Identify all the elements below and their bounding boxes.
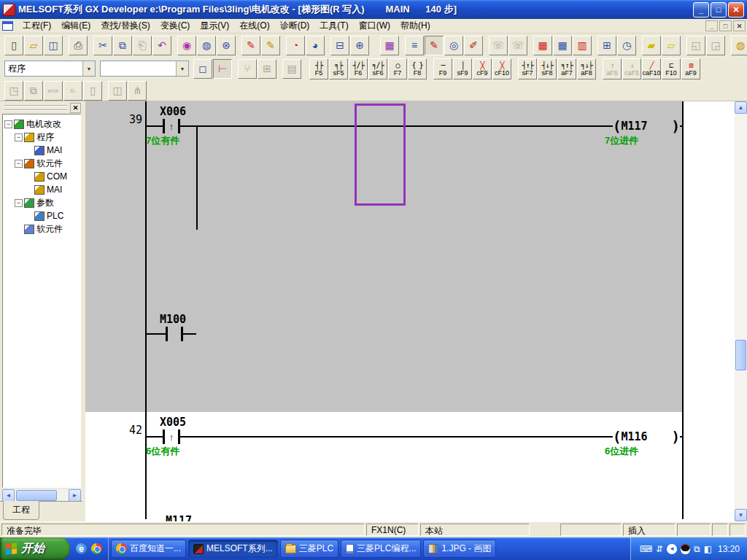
toolbar-button[interactable]: ☏ <box>489 36 508 55</box>
toolbar-button[interactable]: ⑂ <box>238 59 257 79</box>
toolbar-button[interactable]: ◫ <box>108 81 127 101</box>
toolbar-button[interactable] <box>528 36 533 55</box>
taskbar-task-button[interactable]: MELSOFT系列... <box>188 540 278 558</box>
chrome-icon[interactable] <box>91 543 102 554</box>
toolbar-button[interactable]: ◍ <box>731 36 747 55</box>
fkey-button[interactable]: ╕↓├ aF8 <box>577 58 596 79</box>
tray-icon[interactable]: ⧉ <box>694 545 700 553</box>
tray-icon[interactable]: ⇵ <box>656 545 663 553</box>
toolbar-button[interactable]: ⊞ <box>258 59 276 79</box>
toolbar-button[interactable]: ◷ <box>617 36 636 55</box>
output-coil[interactable]: ( M117 ) <box>613 117 680 135</box>
toolbar-button[interactable] <box>726 36 730 55</box>
toolbar-button[interactable] <box>681 36 686 55</box>
toolbar-button[interactable]: ✂ <box>93 36 112 55</box>
toolbar-button[interactable]: ◲ <box>706 36 725 55</box>
toolbar-button[interactable]: ⊛ <box>217 36 236 55</box>
menu-item[interactable]: 在线(O) <box>234 19 274 32</box>
toolbar-button[interactable]: ≡ <box>405 36 424 55</box>
fkey-button[interactable]: ┤↓├ sF8 <box>538 58 557 79</box>
child-minimize-button[interactable]: _ <box>705 20 718 31</box>
fkey-button[interactable]: ◯ F7 <box>388 58 407 79</box>
tray-icon[interactable]: ◄ <box>667 544 677 554</box>
tree-item[interactable]: − 参数 <box>3 196 80 209</box>
fkey-button[interactable]: ↓ caF5 <box>622 58 641 79</box>
toolbar-button[interactable] <box>281 36 285 55</box>
fkey-button[interactable]: ┤↑├ sF7 <box>518 58 537 79</box>
menu-item[interactable]: 窗口(W) <box>354 19 395 32</box>
project-tab[interactable]: 工程 <box>3 501 39 520</box>
contact-device[interactable]: X005 <box>160 416 186 429</box>
taskbar-task-button[interactable]: 三菱PLC <box>280 540 338 558</box>
toolbar-button[interactable]: ↶ <box>152 36 171 55</box>
fkey-button[interactable]: ┤/├ F6 <box>349 58 368 79</box>
tree-expander-icon[interactable]: − <box>15 160 23 168</box>
tree-item[interactable]: MAI <box>3 183 80 196</box>
toolbar-button[interactable]: ◻ <box>193 59 212 79</box>
fkey-button[interactable]: ⊠ aF9 <box>681 58 700 79</box>
fkey-button[interactable]: { } F8 <box>408 58 427 79</box>
toolbar-button[interactable] <box>637 36 641 55</box>
toolbar-button[interactable]: ◕ <box>306 36 325 55</box>
scroll-down-icon[interactable]: ▼ <box>735 509 747 521</box>
toolbar-button[interactable]: error <box>44 81 63 101</box>
toolbar-button[interactable]: ◱ <box>686 36 705 55</box>
toolbar-button[interactable]: ▱ <box>24 36 43 55</box>
fkey-button[interactable]: ─ F9 <box>433 58 452 79</box>
scroll-thumb[interactable] <box>16 490 57 501</box>
taskbar-task-button[interactable]: 百度知道一... <box>111 540 186 558</box>
tree-expander-icon[interactable]: − <box>4 120 12 128</box>
taskbar-task-button[interactable]: 1.JPG - 画图 <box>423 540 496 558</box>
tree-item[interactable]: COM <box>3 170 80 183</box>
toolbar-button[interactable]: S↓ <box>63 81 82 101</box>
fkey-button[interactable]: ╕/├ sF6 <box>368 58 387 79</box>
menu-item[interactable]: 变换(C) <box>155 19 196 32</box>
scroll-up-icon[interactable]: ▲ <box>735 101 747 114</box>
menu-item[interactable]: 诊断(D) <box>275 19 315 32</box>
menu-item[interactable]: 帮助(H) <box>395 19 436 32</box>
toolbar-button[interactable] <box>370 36 374 55</box>
toolbar-button[interactable]: ⎙ <box>69 36 88 55</box>
toolbar-button[interactable]: ▦ <box>533 36 552 55</box>
toolbar-button[interactable]: ▦ <box>553 36 572 55</box>
toolbar-button[interactable]: ▱ <box>662 36 681 55</box>
toolbar-button[interactable] <box>233 59 237 79</box>
toolbar-button[interactable]: ⊢ <box>213 59 232 79</box>
toolbar-button[interactable]: ▦ <box>380 36 399 55</box>
open-contact[interactable] <box>166 327 183 341</box>
program-mode-combobox[interactable]: 程序 ▼ <box>4 61 96 77</box>
fkey-button[interactable]: ╳ cF10 <box>492 58 511 79</box>
toolbar-button[interactable] <box>375 36 379 55</box>
pulse-contact[interactable]: ↑ <box>163 429 180 444</box>
toolbar-button[interactable] <box>400 36 404 55</box>
toolbar-button[interactable]: ◎ <box>444 36 463 55</box>
chevron-down-icon[interactable]: ▼ <box>82 61 95 76</box>
tree-item[interactable]: 软元件 <box>3 222 80 236</box>
toolbar-button[interactable]: ◍ <box>197 36 216 55</box>
start-button[interactable]: 开始 <box>0 537 70 560</box>
toolbar-button[interactable]: ▰ <box>642 36 661 55</box>
panel-drag-handle[interactable] <box>4 105 67 111</box>
restore-button[interactable]: □ <box>711 2 727 18</box>
child-window-icon[interactable] <box>2 21 13 31</box>
toolbar-button[interactable]: ⊕ <box>350 36 369 55</box>
toolbar-button[interactable]: ☏ <box>508 36 527 55</box>
fkey-button[interactable] <box>597 58 602 79</box>
tree-item[interactable]: MAI <box>3 144 80 157</box>
minimize-button[interactable]: _ <box>693 2 709 18</box>
fkey-button[interactable]: ↑ aF5 <box>603 58 622 79</box>
toolbar-button[interactable]: ⊟ <box>330 36 349 55</box>
toolbar-button[interactable] <box>484 36 488 55</box>
scroll-thumb[interactable] <box>735 340 746 370</box>
menu-item[interactable]: 工具(T) <box>314 19 353 32</box>
menu-item[interactable]: 查找/替换(S) <box>96 19 155 32</box>
contact-device[interactable]: M100 <box>160 313 186 326</box>
menu-item[interactable]: 工程(F) <box>18 19 56 32</box>
toolbar-button[interactable] <box>88 36 93 55</box>
toolbar-button[interactable]: ✐ <box>464 36 483 55</box>
tray-icon[interactable]: ⌨ <box>640 545 652 553</box>
toolbar-button[interactable] <box>592 36 597 55</box>
toolbar-button[interactable]: ⊞ <box>597 36 616 55</box>
toolbar-button[interactable]: ✎ <box>261 36 280 55</box>
contact-device[interactable]: X006 <box>160 105 186 118</box>
